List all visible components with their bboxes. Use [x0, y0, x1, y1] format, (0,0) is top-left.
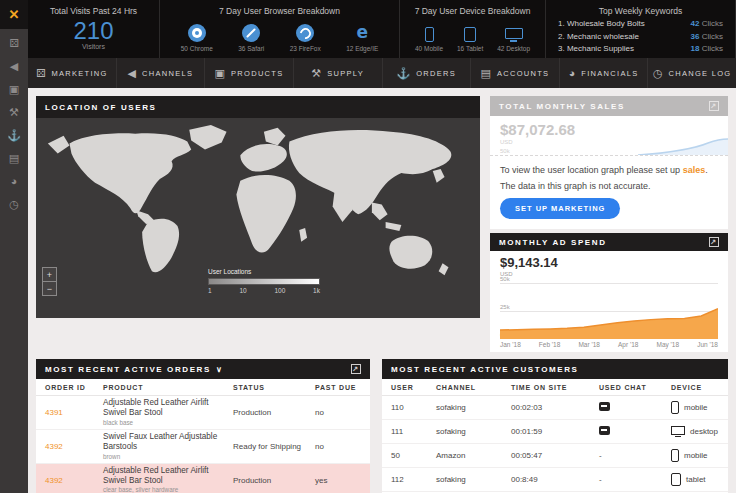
expand-icon[interactable]: ↗: [709, 101, 719, 111]
nav-change-log[interactable]: ◷CHANGE LOG: [648, 58, 736, 88]
map-zoom-in-button[interactable]: +: [42, 267, 57, 282]
order-row: 4391 Adjustable Red Leather Airlift Swiv…: [36, 396, 370, 430]
mobile-count-label: 40 Mobile: [415, 45, 443, 52]
customer-time-on-site: 00:01:59: [511, 427, 599, 436]
keyword-row: 3. Mechanic Supplies 18 Clicks: [558, 43, 723, 55]
expand-icon[interactable]: ↗: [351, 364, 361, 374]
clock-icon: ◷: [653, 67, 663, 80]
customer-row: 110 sofaking 00:02:03 mobile: [382, 396, 728, 420]
map-legend: User Locations 1 10 100 1k: [208, 268, 320, 294]
x-tick: Mar '18: [578, 341, 599, 348]
browser-firefox-stat: 23 FireFox: [290, 24, 321, 52]
product-variant: black base: [103, 419, 133, 426]
desktop-icon: [505, 28, 523, 39]
keyword-term: Wholesale Body Bolts: [567, 19, 645, 28]
no-chat-dash: -: [599, 475, 671, 484]
change-log-icon[interactable]: ◷: [9, 199, 19, 210]
ad-spend-chart: 50k 25k 0k: [500, 283, 718, 339]
order-id-link[interactable]: 4392: [45, 442, 103, 451]
product-name: Swivel Faux Leather Adjustable Barstools: [103, 432, 217, 451]
visits-stat: Total Visits Past 24 Hrs 210 Visitors: [28, 0, 160, 58]
keywords-title: Top Weekly Keywords: [554, 6, 727, 16]
top-weekly-keywords: Top Weekly Keywords 1. Wholesale Body Bo…: [546, 0, 736, 58]
order-row-past-due: 4392 Adjustable Red Leather Airlift Swiv…: [36, 464, 370, 493]
safari-count-label: 36 Safari: [238, 45, 264, 52]
tablet-icon: [671, 473, 681, 486]
dashboard-app: ✕ ⚄ ◀ ▣ ⚒ ⚓ ▤ ◕ ◷ Total Visits Past 24 H…: [0, 0, 736, 493]
nav-channels[interactable]: ◀CHANNELS: [117, 58, 206, 88]
customer-time-on-site: 00:05:47: [511, 451, 599, 460]
visits-value: 210: [36, 18, 151, 43]
x-tick: May '18: [657, 341, 680, 348]
sales-link[interactable]: sales: [683, 165, 706, 175]
order-status: Production: [233, 408, 315, 417]
customer-user-id: 110: [391, 403, 436, 412]
no-chat-dash: -: [599, 451, 671, 460]
supply-icon[interactable]: ⚒: [9, 107, 19, 118]
legend-tick: 10: [239, 287, 246, 294]
desktop-icon: [671, 426, 685, 435]
tablet-count-label: 16 Tablet: [457, 45, 483, 52]
customers-table-header: USER CHANNEL TIME ON SITE USED CHAT DEVI…: [382, 379, 728, 396]
device-breakdown: 7 Day User Device Breakdown 40 Mobile 16…: [400, 0, 546, 58]
order-id-link[interactable]: 4392: [45, 476, 103, 485]
panel-title: MOST RECENT ACTIVE CUSTOMERS: [391, 365, 578, 374]
device-label: tablet: [686, 475, 706, 484]
orders-icon[interactable]: ⚓: [7, 130, 21, 141]
order-id-link[interactable]: 4391: [45, 408, 103, 417]
device-tablet-stat: 16 Tablet: [457, 27, 483, 52]
notice-line-1: To view the user location graph please s…: [500, 165, 718, 175]
chrome-count-label: 50 Chrome: [181, 45, 213, 52]
mobile-icon: [671, 449, 679, 462]
expand-icon[interactable]: ↗: [709, 237, 719, 247]
marketing-icon: ⚄: [36, 67, 46, 80]
marketing-icon[interactable]: ⚄: [9, 38, 19, 49]
channels-icon[interactable]: ◀: [10, 61, 18, 72]
device-label: desktop: [690, 427, 718, 436]
x-tick: Jan '18: [500, 341, 521, 348]
products-icon[interactable]: ▣: [9, 84, 19, 95]
nav-financials[interactable]: ◕FINANCIALS: [560, 58, 649, 88]
chat-bubble-icon: [599, 426, 610, 435]
total-monthly-sales-panel: TOTAL MONTHLY SALES ↗ $87,072.68 USD 50k: [490, 96, 728, 229]
chrome-icon: [188, 24, 206, 42]
visits-title: Total Visits Past 24 Hrs: [36, 6, 151, 16]
panel-title: LOCATION OF USERS: [45, 103, 157, 112]
keyword-term: Mechanic Supplies: [567, 44, 634, 53]
edge-icon: e: [353, 24, 371, 42]
nav-products[interactable]: ▣PRODUCTS: [205, 58, 294, 88]
location-of-users-panel: LOCATION OF USERS: [36, 96, 480, 352]
nav-accounts[interactable]: ▤ACCOUNTS: [471, 58, 560, 88]
legend-tick: 1: [208, 287, 212, 294]
customer-time-on-site: 00:02:03: [511, 403, 599, 412]
ad-spend-value: $9,143.14: [500, 255, 718, 270]
customer-row: 50 Amazon 00:05:47 - mobile: [382, 444, 728, 468]
browser-chrome-stat: 50 Chrome: [181, 24, 213, 52]
product-variant: brown: [103, 453, 120, 460]
top-stats-bar: Total Visits Past 24 Hrs 210 Visitors 7 …: [28, 0, 736, 58]
panel-title: MOST RECENT ACTIVE ORDERS: [45, 365, 211, 374]
customer-time-on-site: 00:8:49: [511, 475, 599, 484]
customer-user-id: 112: [391, 475, 436, 484]
products-icon: ▣: [215, 67, 225, 80]
notice-line-2: The data in this graph is not accurate.: [500, 181, 718, 191]
sidebar: ✕ ⚄ ◀ ▣ ⚒ ⚓ ▤ ◕ ◷: [0, 0, 28, 493]
ad-spend-currency: USD: [500, 271, 718, 277]
browser-breakdown-title: 7 Day User Browser Breakdown: [168, 6, 391, 16]
financials-icon[interactable]: ◕: [11, 176, 18, 187]
x-tick: Jun '18: [697, 341, 718, 348]
chevron-down-icon[interactable]: ∨: [216, 365, 222, 374]
brand-logo[interactable]: ✕: [0, 0, 28, 29]
device-desktop-stat: 42 Desktop: [497, 28, 530, 52]
world-map[interactable]: User Locations 1 10 100 1k + −: [36, 118, 480, 318]
nav-orders[interactable]: ⚓ORDERS: [383, 58, 472, 88]
y-tick-50k: 50k: [500, 276, 510, 282]
legend-tick: 1k: [313, 287, 320, 294]
set-up-marketing-button[interactable]: SET UP MARKETING: [500, 198, 620, 219]
nav-marketing[interactable]: ⚄MARKETING: [28, 58, 117, 88]
map-zoom-out-button[interactable]: −: [42, 281, 57, 296]
accounts-icon[interactable]: ▤: [9, 153, 19, 164]
nav-supply[interactable]: ⚒SUPPLY: [294, 58, 383, 88]
desktop-count-label: 42 Desktop: [497, 45, 530, 52]
main-content: LOCATION OF USERS: [28, 88, 736, 493]
